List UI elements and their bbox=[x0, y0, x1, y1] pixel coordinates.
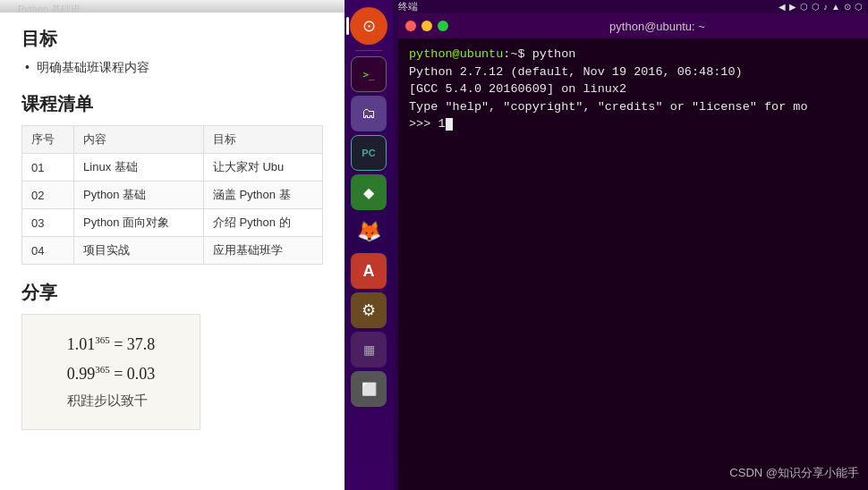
topbar-icon-wifi: ⬡ bbox=[800, 2, 808, 12]
purple-icon-symbol: ▦ bbox=[363, 342, 375, 357]
gray-taskbar-icon[interactable]: ⬜ bbox=[351, 371, 387, 407]
math-line-2: 0.99365 = 0.03 bbox=[67, 359, 156, 388]
col-header-num: 序号 bbox=[22, 126, 74, 154]
table-cell-1-1: Python 基础 bbox=[74, 182, 204, 209]
green-icon-symbol: ◆ bbox=[363, 184, 374, 201]
green-taskbar-icon[interactable]: ◆ bbox=[351, 174, 387, 210]
course-table: 序号 内容 目标 01Linux 基础让大家对 Ubu02Python 基础涵盖… bbox=[21, 125, 323, 265]
topbar-icon-bat: ⬡ bbox=[855, 2, 863, 12]
topbar-app-name: 终端 bbox=[398, 0, 418, 13]
table-row: 03Python 面向对象介绍 Python 的 bbox=[22, 209, 323, 237]
bullet-item-1: 明确基础班课程内容 bbox=[21, 60, 323, 76]
left-panel: Python 基础班... 目标 明确基础班课程内容 课程清单 序号 内容 目标… bbox=[0, 0, 345, 490]
pycharm-icon-symbol: PC bbox=[362, 148, 375, 158]
section2-title: 课程清单 bbox=[21, 92, 323, 116]
section1-title: 目标 bbox=[21, 27, 323, 51]
table-cell-0-1: Linux 基础 bbox=[74, 154, 204, 182]
bullet-text-1: 明确基础班课程内容 bbox=[37, 60, 149, 76]
table-cell-3-2: 应用基础班学 bbox=[203, 237, 322, 265]
ubuntu-icon-symbol: ⊙ bbox=[362, 16, 376, 36]
terminal-output-line2: [GCC 5.4.0 20160609] on linux2 bbox=[409, 80, 857, 98]
terminal-window: python@ubuntu: ~ python@ubuntu:~$ python… bbox=[398, 13, 868, 490]
topbar-icon-back: ◀ bbox=[779, 2, 786, 12]
terminal-command: python bbox=[525, 47, 576, 61]
terminal-cursor bbox=[446, 118, 453, 131]
pycharm-taskbar-icon[interactable]: PC bbox=[351, 135, 387, 171]
terminal-taskbar-icon[interactable]: >_ bbox=[351, 56, 387, 92]
table-row: 02Python 基础涵盖 Python 基 bbox=[22, 182, 323, 209]
settings-taskbar-icon[interactable]: ⚙ bbox=[351, 292, 387, 328]
settings-icon-symbol: ⚙ bbox=[362, 300, 376, 320]
table-cell-1-0: 02 bbox=[22, 182, 74, 209]
firefox-icon-symbol: 🦊 bbox=[357, 220, 381, 243]
slide-top-fade: Python 基础班... bbox=[0, 0, 345, 13]
share-image: 1.01365 = 37.8 0.99365 = 0.03 积跬步以致千 bbox=[21, 314, 200, 430]
share-title: 分享 bbox=[21, 281, 323, 305]
terminal-output-line3: Type "help", "copyright", "credits" or "… bbox=[409, 98, 857, 116]
topbar-icon-fwd: ▶ bbox=[789, 2, 796, 12]
topbar-icon-up: ▲ bbox=[831, 2, 840, 12]
terminal-titlebar: python@ubuntu: ~ bbox=[398, 13, 868, 38]
table-row: 04项目实战应用基础班学 bbox=[22, 237, 323, 265]
terminal-min-btn[interactable] bbox=[421, 21, 432, 31]
terminal-output-line1: Python 2.7.12 (default, Nov 19 2016, 06:… bbox=[409, 63, 857, 81]
files-taskbar-icon[interactable]: 🗂 bbox=[351, 96, 387, 131]
terminal-line-prompt1: python@ubuntu:~$ python bbox=[409, 46, 857, 63]
col-header-goal: 目标 bbox=[203, 126, 322, 154]
table-cell-3-1: 项目实战 bbox=[74, 237, 204, 265]
terminal-user: python@ubuntu bbox=[409, 47, 503, 61]
ubuntu-logo-icon[interactable]: ⊙ bbox=[350, 7, 387, 45]
slide-content: 目标 明确基础班课程内容 课程清单 序号 内容 目标 01Linux 基础让大家… bbox=[0, 13, 345, 444]
ubuntu-topbar: 终端 ◀ ▶ ⬡ ⬡ ♪ ▲ ⊙ ⬡ bbox=[393, 0, 868, 13]
table-cell-1-2: 涵盖 Python 基 bbox=[203, 182, 322, 209]
ubuntu-taskbar[interactable]: ⊙ >_ 🗂 PC ◆ 🦊 A ⚙ ▦ ⬜ bbox=[345, 0, 393, 490]
terminal-host-sep: :~$ bbox=[503, 47, 524, 61]
table-cell-2-2: 介绍 Python 的 bbox=[203, 209, 322, 237]
terminal-prompt2: >>> 1 bbox=[409, 115, 857, 133]
terminal-icon-symbol: >_ bbox=[362, 69, 374, 80]
right-panel: 终端 ◀ ▶ ⬡ ⬡ ♪ ▲ ⊙ ⬡ ⊙ >_ 🗂 PC ◆ 🦊 bbox=[345, 0, 868, 490]
gray-icon-symbol: ⬜ bbox=[362, 382, 377, 396]
topbar-icon-wifi2: ⬡ bbox=[812, 2, 820, 12]
topbar-icon-net: ⊙ bbox=[844, 2, 851, 12]
purple-taskbar-icon[interactable]: ▦ bbox=[351, 332, 387, 368]
math-line-1: 1.01365 = 37.8 bbox=[67, 330, 156, 359]
firefox-taskbar-icon[interactable]: 🦊 bbox=[351, 214, 387, 249]
software-taskbar-icon[interactable]: A bbox=[351, 253, 387, 289]
terminal-prompt2-text: >>> 1 bbox=[409, 117, 446, 131]
terminal-title-text: python@ubuntu: ~ bbox=[454, 20, 861, 33]
software-icon-symbol: A bbox=[363, 262, 375, 281]
files-icon-symbol: 🗂 bbox=[362, 106, 376, 122]
terminal-body[interactable]: python@ubuntu:~$ python Python 2.7.12 (d… bbox=[398, 38, 868, 490]
topbar-icons: ◀ ▶ ⬡ ⬡ ♪ ▲ ⊙ ⬡ bbox=[779, 2, 863, 12]
table-cell-0-0: 01 bbox=[22, 154, 74, 182]
terminal-max-btn[interactable] bbox=[438, 21, 448, 31]
math-content: 1.01365 = 37.8 0.99365 = 0.03 积跬步以致千 bbox=[58, 321, 165, 423]
topbar-icon-vol: ♪ bbox=[823, 2, 828, 12]
terminal-close-btn[interactable] bbox=[405, 21, 416, 31]
table-row: 01Linux 基础让大家对 Ubu bbox=[22, 154, 323, 182]
table-cell-2-0: 03 bbox=[22, 209, 74, 237]
taskbar-sep-1 bbox=[355, 50, 382, 51]
table-cell-2-1: Python 面向对象 bbox=[74, 209, 204, 237]
table-cell-0-2: 让大家对 Ubu bbox=[203, 154, 322, 182]
table-cell-3-0: 04 bbox=[22, 237, 74, 265]
handwriting-note: 积跬步以致千 bbox=[67, 393, 148, 408]
col-header-content: 内容 bbox=[74, 126, 204, 154]
